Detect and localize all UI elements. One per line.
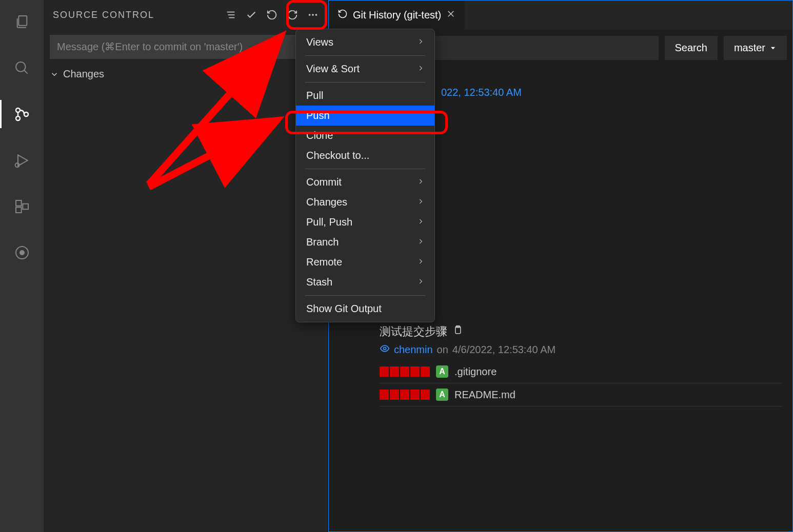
source-control-sidebar: SOURCE CONTROL Changes [44, 0, 328, 532]
menu-separator [305, 295, 425, 296]
menu-item-commit[interactable]: Commit [296, 172, 434, 192]
source-control-icon[interactable] [0, 100, 44, 128]
menu-separator [305, 82, 425, 83]
date-prefix: on [437, 344, 448, 356]
chevron-right-icon [417, 177, 424, 188]
explorer-icon[interactable] [0, 8, 44, 36]
sidebar-header: SOURCE CONTROL [44, 0, 328, 30]
menu-item-show-git-output[interactable]: Show Git Output [296, 299, 434, 319]
svg-point-3 [16, 108, 20, 112]
svg-point-4 [16, 116, 20, 120]
view-tree-icon[interactable] [225, 9, 236, 21]
menu-item-remote[interactable]: Remote [296, 252, 434, 272]
svg-rect-10 [23, 203, 28, 209]
svg-line-2 [24, 70, 28, 74]
debug-icon[interactable] [0, 146, 44, 174]
history-icon [338, 9, 348, 22]
caret-down-icon [769, 45, 777, 52]
commit-meta: chenmin on 4/6/2022, 12:53:40 AM [380, 339, 783, 360]
file-row[interactable]: A.gitignore [380, 360, 783, 383]
svg-point-12 [20, 251, 24, 255]
tab-title: Git History (git-test) [353, 9, 441, 21]
chevron-right-icon [417, 37, 424, 48]
status-badge: A [436, 388, 448, 401]
svg-point-18 [315, 14, 318, 16]
commit-message-input[interactable] [50, 35, 322, 59]
menu-item-pull[interactable]: Pull [296, 86, 434, 106]
chevron-right-icon [417, 64, 424, 74]
clipboard-icon[interactable] [452, 325, 463, 338]
file-name: README.md [454, 389, 516, 401]
sidebar-title: SOURCE CONTROL [53, 10, 225, 21]
svg-point-1 [16, 62, 26, 72]
menu-item-pull-push[interactable]: Pull, Push [296, 212, 434, 232]
commit-title: 测试提交步骤 [380, 324, 783, 339]
search-button[interactable]: Search [665, 36, 718, 60]
menu-item-branch[interactable]: Branch [296, 232, 434, 252]
eye-icon [380, 343, 390, 356]
branch-select[interactable]: master [724, 36, 787, 60]
status-badge: A [436, 365, 448, 378]
tab-bar: Git History (git-test) [328, 0, 793, 30]
chevron-right-icon [417, 197, 424, 208]
commit-author[interactable]: chenmin [394, 344, 433, 356]
chevron-right-icon [417, 217, 424, 228]
svg-rect-9 [16, 207, 22, 213]
branch-label: master [734, 42, 765, 54]
refresh-icon[interactable] [287, 9, 298, 21]
chevron-right-icon [417, 257, 424, 268]
file-row[interactable]: AREADME.md [380, 383, 783, 406]
svg-point-17 [312, 14, 314, 16]
changes-section[interactable]: Changes [44, 64, 328, 84]
extensions-icon[interactable] [0, 192, 44, 220]
menu-item-views[interactable]: Views [296, 32, 434, 52]
more-actions-icon[interactable] [307, 9, 319, 21]
chevron-down-icon [50, 70, 59, 79]
context-menu: ViewsView & SortPullPushCloneCheckout to… [295, 29, 435, 322]
menu-item-view-sort[interactable]: View & Sort [296, 59, 434, 79]
file-name: .gitignore [454, 366, 497, 378]
chevron-right-icon [417, 277, 424, 288]
svg-rect-8 [16, 200, 22, 206]
svg-marker-21 [771, 47, 775, 49]
svg-point-24 [384, 347, 386, 350]
changes-label: Changes [63, 68, 104, 80]
menu-item-checkout-to-[interactable]: Checkout to... [296, 146, 434, 166]
menu-separator [305, 55, 425, 56]
menu-item-changes[interactable]: Changes [296, 192, 434, 212]
commit-date: 4/6/2022, 12:53:40 AM [452, 344, 556, 356]
activity-bar [0, 0, 44, 532]
hash-indicator [380, 390, 430, 400]
hash-indicator [380, 366, 430, 377]
svg-point-5 [24, 112, 28, 116]
close-icon[interactable] [446, 9, 455, 21]
gitlens-icon[interactable] [0, 238, 44, 267]
commit-entry: 测试提交步骤 chenmin on 4/6/2022, 12:53:40 AM … [339, 324, 783, 406]
svg-point-16 [309, 14, 311, 16]
svg-rect-0 [18, 16, 27, 26]
search-icon[interactable] [0, 54, 44, 82]
header-actions [225, 9, 319, 21]
history-icon[interactable] [266, 9, 277, 21]
tab-git-history[interactable]: Git History (git-test) [328, 0, 465, 30]
menu-item-push[interactable]: Push [296, 106, 434, 126]
menu-item-stash[interactable]: Stash [296, 272, 434, 292]
menu-separator [305, 169, 425, 169]
commit-check-icon[interactable] [246, 9, 257, 21]
chevron-right-icon [417, 237, 424, 248]
menu-item-clone[interactable]: Clone [296, 126, 434, 146]
